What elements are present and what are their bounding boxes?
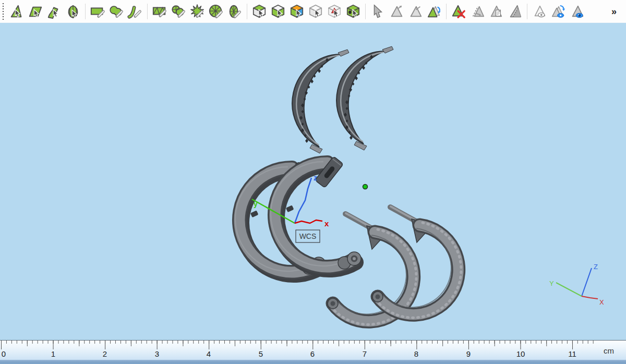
tool-select-wheel[interactable] (207, 2, 225, 21)
tool-cube-select-through-hole[interactable] (344, 2, 362, 21)
tool-select-starburst[interactable] (188, 2, 206, 21)
ruler-label: 5 (259, 349, 263, 358)
toolbar-drag-handle[interactable] (2, 3, 5, 20)
ruler-label: 3 (155, 349, 159, 358)
toolbar-separator (527, 4, 527, 19)
orientation-triad: Z Y X (549, 263, 604, 306)
ruler-label: 10 (516, 349, 525, 358)
tool-select-ellipse-sectors[interactable] (226, 2, 244, 21)
ruler-unit-label: cm (604, 346, 614, 355)
ruler-label: 2 (103, 349, 107, 358)
triad-x-label: X (599, 298, 604, 306)
wcs-label: WCS (299, 232, 317, 240)
point-marker (363, 185, 368, 189)
ruler: 0 1 2 3 4 5 6 7 8 9 10 11 cm (0, 340, 626, 360)
wcs-x-axis-label: x (324, 219, 329, 228)
tool-select-mesh-rectangle[interactable] (151, 2, 168, 21)
tool-select-triangle[interactable] (8, 2, 26, 21)
wcs-label-box: WCS (296, 230, 320, 242)
tool-selection-copy[interactable] (487, 2, 505, 21)
tool-cursor-select[interactable] (369, 2, 387, 21)
viewport-3d[interactable]: y z x WCS Z Y X (0, 23, 626, 340)
tool-selection-delete[interactable] (450, 2, 467, 21)
wcs-y-axis-label: y (254, 200, 258, 208)
ruler-label: 0 (2, 349, 6, 358)
toolbar-separator (147, 4, 148, 19)
tool-selection-detach[interactable] (468, 2, 486, 21)
eye-icon (538, 13, 545, 17)
tool-cube-select-clear[interactable] (307, 2, 324, 21)
tool-select-plane[interactable] (27, 2, 44, 21)
toolbar-separator (85, 4, 86, 19)
tool-brush-select-rectangle[interactable] (89, 2, 106, 21)
tool-selection-grow[interactable] (388, 2, 405, 21)
ruler-label: 11 (568, 349, 576, 358)
ruler-label: 7 (363, 349, 367, 358)
ruler-label: 4 (207, 349, 211, 358)
tool-cube-select-interior[interactable] (326, 2, 343, 21)
ruler-label: 1 (51, 349, 55, 358)
tool-brush-select-blob[interactable] (107, 2, 125, 21)
eye-icon (576, 13, 583, 17)
tool-selection-hide[interactable] (531, 2, 548, 21)
cad-application-window: » (0, 0, 626, 364)
tool-selection-shrink[interactable] (406, 2, 424, 21)
toolbar-separator (247, 4, 247, 19)
triad-y-label: Y (549, 280, 554, 287)
tool-selection-invert[interactable] (425, 2, 443, 21)
eye-icon (558, 13, 564, 17)
ruler-ticks (0, 341, 595, 351)
tool-brush-select-curve[interactable] (126, 2, 144, 21)
ruler-label: 8 (414, 349, 418, 358)
toolbar: » (0, 0, 626, 23)
ruler-label: 6 (310, 349, 315, 358)
triad-z-label: Z (594, 263, 598, 271)
tool-selection-show[interactable] (568, 2, 586, 21)
tool-cube-select-multicolor[interactable] (288, 2, 306, 21)
tool-select-circles[interactable] (170, 2, 187, 21)
tool-selection-swap-visibility[interactable] (549, 2, 567, 21)
wcs-z-axis-label: z (314, 174, 317, 182)
toolbar-separator (446, 4, 447, 19)
ruler-label: 9 (466, 349, 471, 358)
bottom-strip (0, 360, 626, 364)
tool-cube-select-top-green[interactable] (250, 2, 268, 21)
tool-cube-select-front-green[interactable] (269, 2, 287, 21)
tool-select-shell[interactable] (64, 2, 82, 21)
model-perforated-band-right[interactable] (336, 46, 393, 150)
tool-selection-fold[interactable] (506, 2, 524, 21)
toolbar-overflow-button[interactable]: » (608, 6, 620, 17)
toolbar-separator (365, 4, 366, 19)
tool-select-curved-surface[interactable] (45, 2, 63, 21)
